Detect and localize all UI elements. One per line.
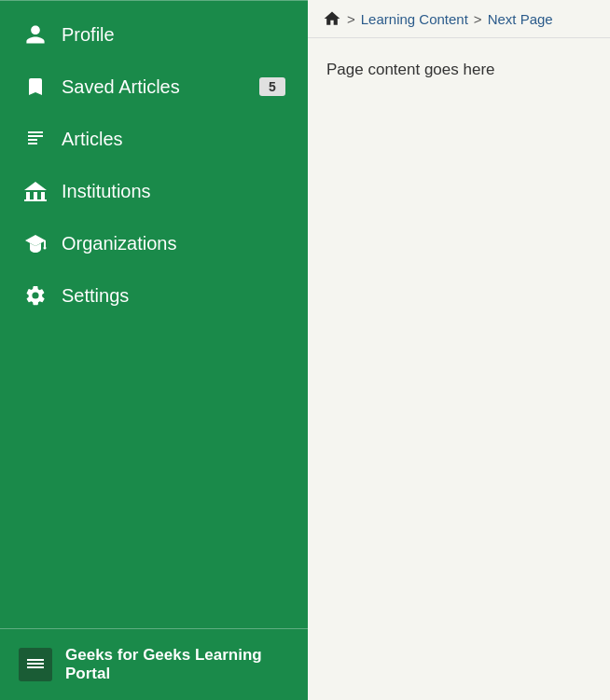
sidebar-item-profile[interactable]: Profile — [0, 8, 308, 61]
page-body: Page content goes here — [308, 38, 610, 102]
sidebar-item-articles[interactable]: Articles — [0, 113, 308, 165]
sidebar-item-settings[interactable]: Settings — [0, 269, 308, 322]
footer-logo-icon — [19, 648, 52, 681]
svg-rect-1 — [28, 135, 43, 137]
svg-rect-0 — [28, 131, 43, 133]
svg-rect-4 — [26, 192, 30, 199]
saved-articles-label: Saved Articles — [62, 76, 246, 98]
svg-marker-9 — [25, 235, 46, 246]
svg-rect-10 — [44, 240, 46, 247]
breadcrumb-separator-2: > — [474, 11, 482, 27]
articles-label: Articles — [62, 129, 285, 150]
main-content: > Learning Content > Next Page Page cont… — [308, 0, 610, 700]
svg-rect-3 — [28, 143, 37, 144]
svg-rect-5 — [34, 192, 37, 199]
svg-rect-13 — [27, 663, 44, 665]
graduation-icon — [22, 230, 49, 256]
profile-label: Profile — [62, 24, 285, 46]
svg-rect-12 — [27, 659, 44, 661]
page-content: Page content goes here — [326, 61, 591, 79]
institutions-label: Institutions — [62, 181, 285, 202]
sidebar-nav: Profile Saved Articles 5 — [0, 1, 308, 628]
footer-title-line1: Geeks for Geeks Learning — [65, 646, 262, 665]
svg-rect-7 — [24, 199, 47, 201]
footer-text: Geeks for Geeks Learning Portal — [65, 646, 262, 683]
svg-rect-14 — [27, 666, 44, 668]
sidebar: Profile Saved Articles 5 — [0, 0, 308, 700]
sidebar-item-organizations[interactable]: Organizations — [0, 217, 308, 269]
bookmark-icon — [22, 74, 49, 100]
breadcrumb-learning-content[interactable]: Learning Content — [361, 11, 468, 27]
svg-rect-6 — [41, 192, 45, 199]
saved-articles-badge: 5 — [259, 77, 285, 96]
breadcrumb-next-page[interactable]: Next Page — [488, 11, 553, 27]
articles-icon — [22, 126, 49, 152]
footer-title-line2: Portal — [65, 665, 262, 683]
svg-rect-2 — [28, 139, 37, 141]
svg-marker-8 — [24, 182, 47, 190]
organizations-label: Organizations — [62, 233, 285, 254]
institution-icon — [22, 178, 49, 204]
home-icon[interactable] — [323, 9, 341, 28]
sidebar-footer: Geeks for Geeks Learning Portal — [0, 629, 308, 700]
gear-icon — [22, 282, 49, 309]
sidebar-item-saved-articles[interactable]: Saved Articles 5 — [0, 61, 308, 113]
breadcrumb-separator-1: > — [347, 11, 355, 27]
sidebar-item-institutions[interactable]: Institutions — [0, 165, 308, 217]
breadcrumb: > Learning Content > Next Page — [308, 0, 610, 38]
svg-point-11 — [44, 247, 47, 250]
user-icon — [22, 21, 49, 48]
settings-label: Settings — [62, 285, 285, 307]
